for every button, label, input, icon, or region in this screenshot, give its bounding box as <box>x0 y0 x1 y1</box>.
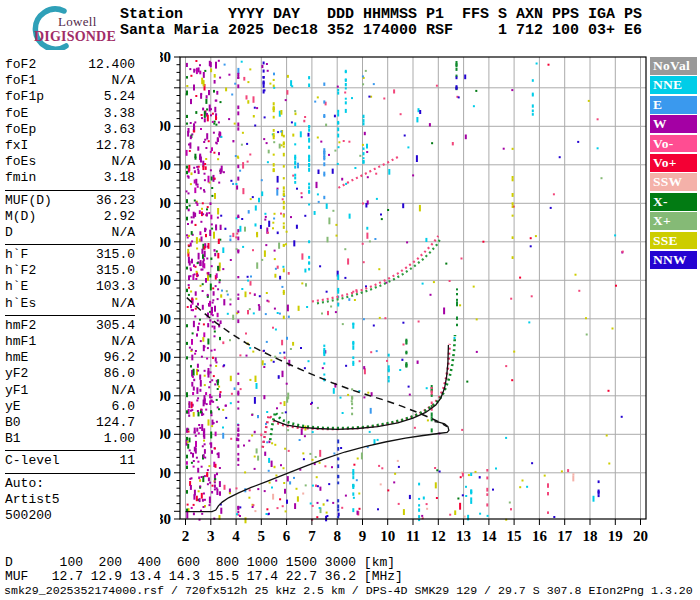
svg-text:1000: 1000 <box>160 157 171 173</box>
param-value: 315.0 <box>96 247 135 263</box>
param-value: 1.00 <box>104 431 135 447</box>
param-label: fxI <box>5 138 28 154</box>
param-label: foF1 <box>5 73 36 89</box>
param-label: foF1p <box>5 89 44 105</box>
param-row: fxI12.78 <box>5 138 135 154</box>
param-value: 12.400 <box>88 57 135 73</box>
svg-text:20: 20 <box>633 528 648 544</box>
param-row: hmF2305.4 <box>5 318 135 334</box>
param-row: C-level11 <box>5 453 135 469</box>
param-label: B1 <box>5 431 21 447</box>
separator <box>5 244 135 245</box>
auto-info-line: Auto: <box>5 476 135 492</box>
param-row: M(D)2.92 <box>5 209 135 225</box>
lowell-digisonde-logo: Lowell DIGISONDE <box>6 4 118 50</box>
param-label: h`E <box>5 279 28 295</box>
param-label: hmF1 <box>5 334 36 350</box>
param-label: C-level <box>5 453 60 469</box>
svg-text:4: 4 <box>232 528 240 544</box>
param-value: 305.4 <box>96 318 135 334</box>
svg-text:8: 8 <box>333 528 341 544</box>
legend-item-vo: Vo+ <box>650 154 697 172</box>
svg-text:9: 9 <box>359 528 367 544</box>
parameter-panel: foF212.400foF1N/AfoF1p5.24foE3.38foEp3.6… <box>5 57 135 524</box>
param-row: foF1N/A <box>5 73 135 89</box>
param-label: yF1 <box>5 383 28 399</box>
param-label: foF2 <box>5 57 36 73</box>
svg-text:3: 3 <box>207 528 215 544</box>
legend-item-x: X- <box>650 193 697 211</box>
param-row: B11.00 <box>5 431 135 447</box>
svg-text:7: 7 <box>308 528 316 544</box>
svg-text:10: 10 <box>380 528 395 544</box>
param-row: MUF(D)36.23 <box>5 193 135 209</box>
svg-text:80: 80 <box>160 511 171 527</box>
param-label: fmin <box>5 170 36 186</box>
status-line: smk29_2025352174000.rsf / 720fx512h 25 k… <box>4 585 693 597</box>
param-value: 2.92 <box>104 209 135 225</box>
param-row: DN/A <box>5 225 135 241</box>
svg-text:900: 900 <box>160 195 171 211</box>
param-row: h`F2315.0 <box>5 263 135 279</box>
svg-text:6: 6 <box>283 528 291 544</box>
param-value: 124.7 <box>96 415 135 431</box>
param-row: h`E103.3 <box>5 279 135 295</box>
svg-text:700: 700 <box>160 272 171 288</box>
param-group-peak-heights: hmF2305.4hmF1N/AhmE96.2yF286.0yF1N/AyE6.… <box>5 318 135 448</box>
svg-text:12: 12 <box>431 528 446 544</box>
param-row: yE6.0 <box>5 399 135 415</box>
svg-text:400: 400 <box>160 388 171 404</box>
legend-item-x: X+ <box>650 212 697 230</box>
legend-item-nne: NNE <box>650 76 697 94</box>
logo-digisonde-text: DIGISONDE <box>34 29 116 45</box>
param-label: MUF(D) <box>5 193 52 209</box>
legend-item-sse: SSE <box>650 232 697 250</box>
svg-text:600: 600 <box>160 311 171 327</box>
svg-text:300: 300 <box>160 426 171 442</box>
svg-text:11: 11 <box>406 528 420 544</box>
param-row: h`F315.0 <box>5 247 135 263</box>
param-row: foF212.400 <box>5 57 135 73</box>
svg-text:800: 800 <box>160 234 171 250</box>
param-label: h`F <box>5 247 28 263</box>
muf-row: MUF 12.7 12.9 13.4 14.3 15.5 17.4 22.7 3… <box>5 570 403 584</box>
param-label: hmF2 <box>5 318 36 334</box>
param-row: h`EsN/A <box>5 296 135 312</box>
auto-info-line: 500200 <box>5 508 135 524</box>
autoscaling-info: Auto:Artist5500200 <box>5 476 135 525</box>
param-group-muf: MUF(D)36.23M(D)2.92DN/A <box>5 193 135 242</box>
separator <box>5 473 135 474</box>
param-value: N/A <box>112 296 135 312</box>
param-value: N/A <box>112 225 135 241</box>
svg-text:16: 16 <box>532 528 548 544</box>
svg-text:5: 5 <box>258 528 266 544</box>
param-label: yF2 <box>5 366 28 382</box>
param-value: N/A <box>112 383 135 399</box>
param-value: 3.18 <box>104 170 135 186</box>
param-row: yF286.0 <box>5 366 135 382</box>
param-value: 86.0 <box>104 366 135 382</box>
ionogram-page: Lowell DIGISONDE Station YYYY DAY DDD HH… <box>0 0 700 600</box>
param-value: N/A <box>112 154 135 170</box>
param-label: D <box>5 225 13 241</box>
svg-text:1100: 1100 <box>160 118 171 134</box>
param-value: N/A <box>112 73 135 89</box>
param-group-virtual-heights: h`F315.0h`F2315.0h`E103.3h`EsN/A <box>5 247 135 312</box>
param-value: N/A <box>112 334 135 350</box>
legend-item-ssw: SSW <box>650 173 697 191</box>
param-value: 36.23 <box>96 193 135 209</box>
echo-direction-legend: NoValNNEEWVo-Vo+SSWX-X+SSENNW <box>650 57 697 270</box>
param-value: 5.24 <box>104 89 135 105</box>
header-field-values: Santa Maria 2025 Dec18 352 174000 RSF 1 … <box>120 23 642 39</box>
param-row: foEsN/A <box>5 154 135 170</box>
param-row: hmF1N/A <box>5 334 135 350</box>
param-row: foF1p5.24 <box>5 89 135 105</box>
param-label: h`F2 <box>5 263 36 279</box>
svg-text:1280: 1280 <box>160 50 171 65</box>
param-row: B0124.7 <box>5 415 135 431</box>
logo-lowell-text: Lowell <box>58 14 97 30</box>
separator <box>5 315 135 316</box>
param-value: 6.0 <box>112 399 135 415</box>
svg-text:2: 2 <box>182 528 190 544</box>
svg-text:19: 19 <box>608 528 623 544</box>
